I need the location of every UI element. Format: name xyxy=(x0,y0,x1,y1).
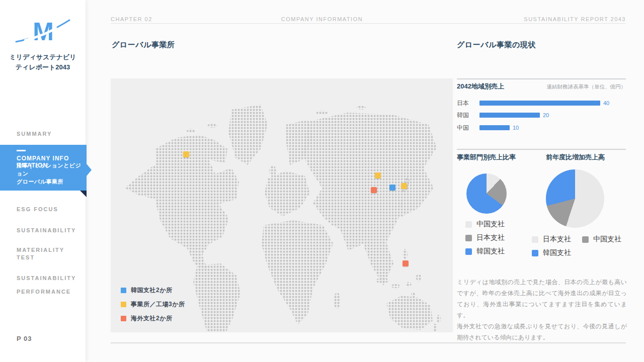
legend-item: 海外支社2か所 xyxy=(121,315,185,321)
submenu-item-history[interactable]: 沿革｜ミッションとビジョン xyxy=(17,161,87,177)
bar-row-korea: 韓国 20 xyxy=(457,112,626,118)
marker-factory-china xyxy=(375,172,381,178)
breadcrumb-chapter: CHAPTER 02 xyxy=(111,16,152,22)
china-swatch-icon xyxy=(465,221,472,228)
bar-chart-title: 2042地域別売上 xyxy=(457,82,504,91)
submenu-item-global-offices[interactable]: グローバル事業所 xyxy=(17,177,87,186)
marker-overseas-china xyxy=(371,187,377,193)
pie2-title: 前年度比増加売上高 xyxy=(546,153,605,162)
pie1-legend: 中国支社 日本支社 韓国支社 xyxy=(465,220,505,260)
bar-category: 中国 xyxy=(457,124,475,132)
paragraph-1: ミリディは地域別の売上で見た場合、日本の売上が最も高いですが、昨年の全体売上高に… xyxy=(457,279,627,319)
section-divider xyxy=(457,78,626,79)
legend-item: 事業所／工場3か所 xyxy=(121,301,185,307)
logo: M xyxy=(0,14,86,49)
bar-korea xyxy=(479,113,540,118)
breadcrumb-report: SUSTAINABILITY REPORT 2043 xyxy=(524,16,626,22)
sidebar-item-summary[interactable]: SUMMARY xyxy=(17,130,77,138)
pie1-title: 事業部門別売上比率 xyxy=(457,153,516,162)
china-swatch-icon xyxy=(582,236,589,243)
korea-branch-swatch-icon xyxy=(121,288,126,293)
section-divider xyxy=(457,149,626,150)
sidebar-item-sustainability-performance[interactable]: SUSTAINABILITY PERFORMANCE xyxy=(17,272,77,299)
factory-swatch-icon xyxy=(121,302,126,307)
logo-m-icon: M xyxy=(33,18,53,46)
pie-chart-yoy-growth xyxy=(546,169,604,228)
legend-label: 韓国支社2か所 xyxy=(131,286,172,295)
japan-swatch-icon xyxy=(532,236,538,243)
bar-japan xyxy=(479,101,600,106)
sidebar: M ミリディサステナビリ ティレポート2043 SUMMARY COMPANY … xyxy=(0,0,86,362)
paragraph-2: 海外支社での急激な成長ぶりを見せており、今後の見通しが期待されている傾向にありま… xyxy=(457,323,627,341)
legend-label: 海外支社2か所 xyxy=(131,314,172,323)
bar-category: 韓国 xyxy=(457,111,475,120)
legend-label: 中国支社 xyxy=(476,220,505,229)
header-divider xyxy=(111,23,626,24)
world-map: 韓国支社2か所 事業所／工場3か所 海外支社2か所 xyxy=(111,78,453,332)
overseas-branch-swatch-icon xyxy=(121,316,126,321)
legend-label: 日本支社 xyxy=(543,235,571,244)
japan-swatch-icon xyxy=(465,235,472,241)
legend-label: 事業所／工場3か所 xyxy=(131,300,185,309)
breadcrumb-section: COMPANY INFORMATION xyxy=(281,16,363,22)
bar-value: 20 xyxy=(543,112,549,118)
pie-chart-sales-ratio xyxy=(466,173,507,214)
pie2-legend: 日本支社 中国支社 韓国支社 xyxy=(532,235,621,262)
korea-swatch-icon xyxy=(465,248,472,255)
bar-category: 日本 xyxy=(457,99,475,108)
sidebar-item-esg-focus[interactable]: ESG FOCUS xyxy=(17,206,77,213)
legend-item: 韓国支社2か所 xyxy=(121,287,185,293)
sidebar-item-materiality-test[interactable]: MATERIALITY TEST xyxy=(17,246,77,261)
bar-value: 10 xyxy=(513,125,519,131)
legend-label: 日本支社 xyxy=(476,233,505,242)
marker-overseas-australia xyxy=(403,260,409,266)
bar-row-china: 中国 10 xyxy=(457,125,626,131)
sidebar-item-sustainability[interactable]: SUSTAINABILITY xyxy=(17,227,77,234)
legend-label: 中国支社 xyxy=(593,235,621,244)
map-legend: 韓国支社2か所 事業所／工場3か所 海外支社2か所 xyxy=(121,279,185,321)
map-section-title: グローバル事業所 xyxy=(112,40,175,50)
ribbon-fold-icon xyxy=(80,191,87,197)
page-number: P 03 xyxy=(17,335,32,342)
active-dash-icon xyxy=(17,150,26,151)
bar-row-japan: 日本 40 xyxy=(457,100,626,106)
marker-korea-branch xyxy=(389,185,395,191)
sidebar-item-company-information-active[interactable]: COMPANY INFORMATION 沿革｜ミッションとビジョン グローバル事… xyxy=(0,145,87,191)
korea-swatch-icon xyxy=(532,250,538,256)
report-title: ミリディサステナビリ ティレポート2043 xyxy=(0,52,86,72)
stats-section-title: グローバル事業の現状 xyxy=(457,40,536,50)
marker-factory-canada xyxy=(183,151,189,157)
bar-china xyxy=(479,125,510,130)
legend-label: 韓国支社 xyxy=(543,248,571,257)
ribbon-arrow-icon xyxy=(87,164,92,176)
legend-label: 韓国支社 xyxy=(476,247,505,256)
bar-value: 40 xyxy=(603,100,609,106)
summary-paragraph: ミリディは地域別の売上で見た場合、日本の売上が最も高いですが、昨年の全体売上高に… xyxy=(457,277,627,343)
bar-chart-note: 連結財務諸表基準（単位、億円） xyxy=(547,83,626,90)
marker-factory-japan xyxy=(401,183,407,189)
